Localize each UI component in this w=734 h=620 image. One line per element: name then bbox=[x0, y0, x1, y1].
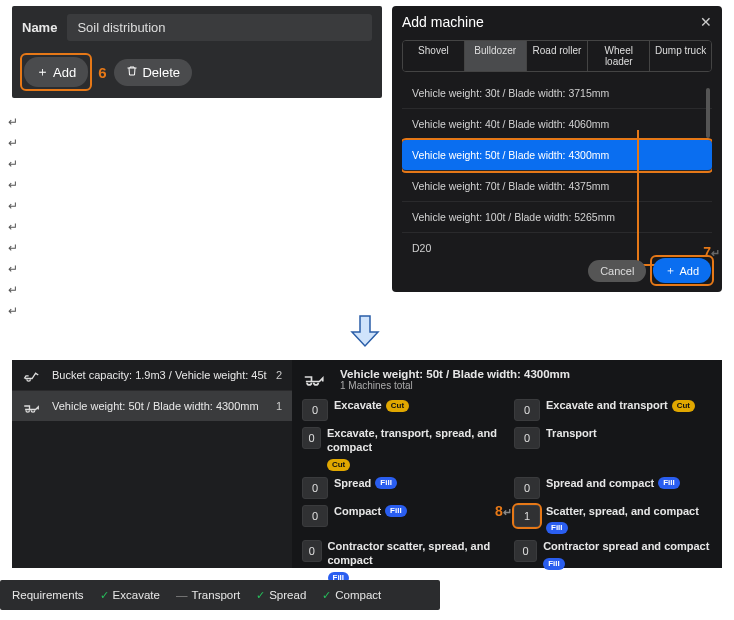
op-label: Compact bbox=[334, 505, 381, 519]
op-count[interactable]: 0 bbox=[514, 427, 540, 449]
add-button-label: Add bbox=[53, 65, 76, 80]
pill-fill: Fill bbox=[385, 505, 407, 517]
cancel-button[interactable]: Cancel bbox=[588, 260, 646, 282]
pill-fill: Fill bbox=[375, 477, 397, 489]
requirement-item: ✓Excavate bbox=[100, 589, 160, 602]
op-count[interactable]: 0 bbox=[302, 399, 328, 421]
op-label: Spread and compact bbox=[546, 477, 654, 491]
op-count-highlighted[interactable]: 1 bbox=[514, 505, 540, 527]
check-icon: ✓ bbox=[100, 589, 109, 602]
tab-road-roller[interactable]: Road roller bbox=[527, 41, 589, 71]
op-label: Spread bbox=[334, 477, 371, 491]
operations-detail: Vehicle weight: 50t / Blade width: 4300m… bbox=[292, 360, 722, 568]
machine-type-tabs: Shovel Bulldozer Road roller Wheel loade… bbox=[402, 40, 712, 72]
machine-row-label: Bucket capacity: 1.9m3 / Vehicle weight:… bbox=[52, 369, 267, 381]
pill-cut: Cut bbox=[327, 459, 350, 471]
scrollbar[interactable] bbox=[706, 88, 710, 138]
machine-row-label: Vehicle weight: 50t / Blade width: 4300m… bbox=[52, 400, 259, 412]
pill-fill: Fill bbox=[546, 522, 568, 534]
operations-grid: 0ExcavateCut 0Excavate and transportCut … bbox=[302, 399, 712, 584]
add-machine-button[interactable]: ＋ Add bbox=[653, 258, 711, 283]
op-count[interactable]: 0 bbox=[514, 399, 540, 421]
list-item[interactable]: Vehicle weight: 40t / Blade width: 4060m… bbox=[402, 109, 712, 140]
bulldozer-icon bbox=[302, 368, 330, 386]
op-label: Excavate, transport, spread, and compact bbox=[327, 427, 500, 455]
delete-button-label: Delete bbox=[142, 65, 180, 80]
callout-8: 8↵ bbox=[495, 503, 512, 519]
callout-6: 6 bbox=[98, 64, 106, 81]
op-count[interactable]: 0 bbox=[302, 505, 328, 527]
list-item[interactable]: Vehicle weight: 30t / Blade width: 3715m… bbox=[402, 78, 712, 109]
name-label: Name bbox=[22, 20, 57, 35]
plus-icon: ＋ bbox=[665, 263, 676, 278]
check-icon: ✓ bbox=[322, 589, 331, 602]
pill-cut: Cut bbox=[672, 400, 695, 412]
pill-cut: Cut bbox=[386, 400, 409, 412]
op-count[interactable]: 0 bbox=[302, 477, 328, 499]
shovel-icon bbox=[22, 368, 44, 382]
machine-row-count: 1 bbox=[276, 400, 282, 412]
plus-icon: ＋ bbox=[36, 63, 49, 81]
op-count[interactable]: 0 bbox=[514, 477, 540, 499]
machine-row-count: 2 bbox=[276, 369, 282, 381]
arrow-down-icon bbox=[350, 314, 380, 348]
requirement-item: ✓Compact bbox=[322, 589, 381, 602]
dialog-title: Add machine bbox=[402, 14, 484, 30]
requirement-item: ✓Spread bbox=[256, 589, 306, 602]
op-count[interactable]: 0 bbox=[302, 540, 322, 562]
tab-shovel[interactable]: Shovel bbox=[403, 41, 465, 71]
detail-title: Vehicle weight: 50t / Blade width: 4300m… bbox=[340, 368, 570, 380]
op-count[interactable]: 0 bbox=[514, 540, 537, 562]
op-count[interactable]: 0 bbox=[302, 427, 321, 449]
name-panel: Name ＋ Add 6 Delete bbox=[12, 6, 382, 98]
pill-fill: Fill bbox=[543, 558, 565, 570]
op-label: Excavate bbox=[334, 399, 382, 413]
pill-fill: Fill bbox=[658, 477, 680, 489]
requirements-title: Requirements bbox=[12, 589, 84, 601]
return-marks: ↵↵↵↵↵↵↵↵↵↵ bbox=[8, 115, 18, 318]
tab-bulldozer[interactable]: Bulldozer bbox=[465, 41, 527, 71]
add-button[interactable]: ＋ Add bbox=[24, 57, 88, 87]
add-machine-button-label: Add bbox=[679, 265, 699, 277]
operations-panel: Bucket capacity: 1.9m3 / Vehicle weight:… bbox=[12, 360, 722, 568]
table-row[interactable]: Vehicle weight: 50t / Blade width: 4300m… bbox=[12, 390, 292, 421]
detail-subtitle: 1 Machines total bbox=[340, 380, 570, 391]
requirements-bar: Requirements ✓Excavate —Transport ✓Sprea… bbox=[0, 580, 440, 610]
op-label: Contractor spread and compact bbox=[543, 540, 709, 554]
list-item[interactable]: D20 bbox=[402, 233, 712, 256]
requirement-item: —Transport bbox=[176, 589, 240, 601]
trash-icon bbox=[126, 65, 138, 80]
close-icon[interactable]: ✕ bbox=[700, 14, 712, 30]
op-label: Contractor scatter, spread, and compact bbox=[328, 540, 501, 568]
tab-dump-truck[interactable]: Dump truck bbox=[650, 41, 711, 71]
check-icon: ✓ bbox=[256, 589, 265, 602]
delete-button[interactable]: Delete bbox=[114, 59, 192, 86]
dash-icon: — bbox=[176, 589, 188, 601]
machine-list: Vehicle weight: 30t / Blade width: 3715m… bbox=[402, 78, 712, 256]
bulldozer-icon bbox=[22, 399, 44, 413]
list-item[interactable]: Vehicle weight: 70t / Blade width: 4375m… bbox=[402, 171, 712, 202]
list-item[interactable]: Vehicle weight: 100t / Blade width: 5265… bbox=[402, 202, 712, 233]
op-label: Excavate and transport bbox=[546, 399, 668, 413]
tab-wheel-loader[interactable]: Wheel loader bbox=[588, 41, 650, 71]
table-row[interactable]: Bucket capacity: 1.9m3 / Vehicle weight:… bbox=[12, 360, 292, 390]
op-label: Scatter, spread, and compact bbox=[546, 505, 699, 519]
add-machine-dialog: Add machine ✕ Shovel Bulldozer Road roll… bbox=[392, 6, 722, 292]
machine-summary-list: Bucket capacity: 1.9m3 / Vehicle weight:… bbox=[12, 360, 292, 568]
name-input[interactable] bbox=[67, 14, 372, 41]
op-label: Transport bbox=[546, 427, 597, 441]
list-item-selected[interactable]: Vehicle weight: 50t / Blade width: 4300m… bbox=[402, 140, 712, 171]
